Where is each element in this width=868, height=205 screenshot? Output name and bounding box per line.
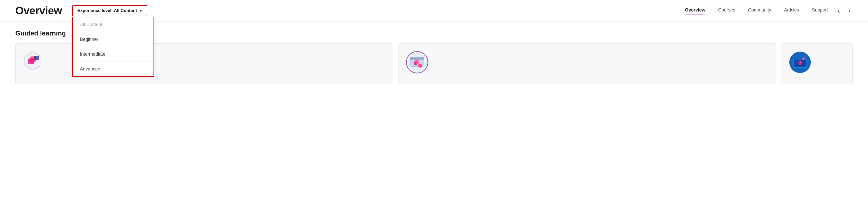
dropdown-item-intermediate[interactable]: Intermediate — [73, 47, 154, 62]
nav-item-support[interactable]: Support — [812, 7, 828, 14]
nav-item-community[interactable]: Community — [748, 7, 771, 14]
learning-card-2[interactable]: ! — [398, 43, 776, 84]
svg-point-11 — [411, 58, 412, 59]
nav-item-articles[interactable]: Articles — [784, 7, 799, 14]
header-right: Overview Courses Community Articles Supp… — [685, 6, 853, 16]
dropdown-item-advanced[interactable]: Advanced — [73, 62, 154, 76]
experience-level-menu: All Content Beginner Intermediate Advanc… — [72, 18, 154, 77]
svg-point-16 — [418, 64, 422, 68]
page-title: Overview — [15, 5, 62, 17]
next-arrow[interactable]: › — [846, 6, 853, 16]
svg-point-25 — [804, 58, 805, 59]
dropdown-item-beginner[interactable]: Beginner — [73, 32, 154, 47]
nav-item-courses[interactable]: Courses — [718, 7, 735, 14]
chevron-down-icon: ∨ — [140, 9, 142, 13]
experience-level-dropdown[interactable]: Experience level: All Content ∨ — [72, 5, 147, 16]
card-icon-hexagon — [23, 51, 43, 71]
learning-card-3[interactable] — [781, 43, 853, 84]
header-left: Overview Experience level: All Content ∨… — [15, 5, 147, 17]
svg-text:!: ! — [420, 64, 420, 67]
svg-rect-15 — [415, 60, 419, 64]
card-icon-circle-blue — [788, 51, 811, 74]
svg-rect-21 — [792, 68, 808, 69]
prev-arrow[interactable]: ‹ — [836, 6, 842, 16]
page-container: Overview Experience level: All Content ∨… — [0, 0, 868, 205]
nav-arrows: ‹ › — [836, 6, 853, 16]
header: Overview Experience level: All Content ∨… — [0, 0, 868, 22]
filter-dropdown-wrapper: Experience level: All Content ∨ All Cont… — [72, 5, 147, 16]
svg-point-12 — [413, 58, 414, 59]
nav-links: Overview Courses Community Articles Supp… — [685, 7, 828, 14]
filter-label: Experience level: All Content — [78, 8, 137, 13]
nav-item-overview[interactable]: Overview — [685, 7, 705, 14]
dropdown-item-all[interactable]: All Content — [73, 18, 154, 32]
card-icon-circle-purple: ! — [406, 51, 429, 74]
svg-point-13 — [415, 58, 416, 59]
